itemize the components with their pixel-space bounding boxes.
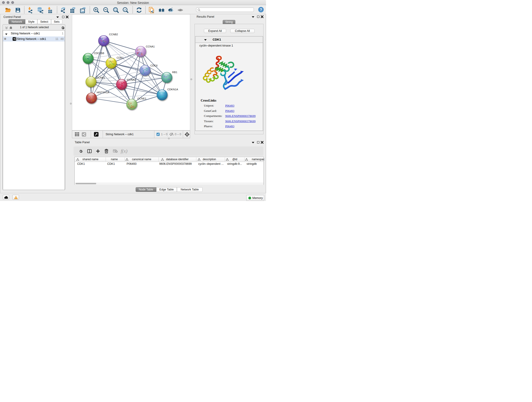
svg-text:CCNE1: CCNE1: [138, 97, 146, 100]
svg-text:CDKN1A: CDKN1A: [167, 88, 178, 91]
svg-text:CCNA2: CCNA2: [127, 78, 136, 81]
svg-text:CCNB2: CCNB2: [109, 33, 118, 36]
svg-text:CDC6: CDC6: [151, 64, 158, 67]
svg-text:?: ?: [260, 7, 262, 12]
svg-text:RB1: RB1: [172, 71, 177, 74]
svg-text:CDC25B: CDC25B: [94, 52, 104, 55]
svg-text:HIST1H1A: HIST1H1A: [97, 91, 109, 94]
svg-text:CCNB1: CCNB1: [96, 76, 105, 79]
svg-text:CCNA1: CCNA1: [146, 45, 155, 48]
svg-text:CDK1: CDK1: [117, 56, 124, 59]
